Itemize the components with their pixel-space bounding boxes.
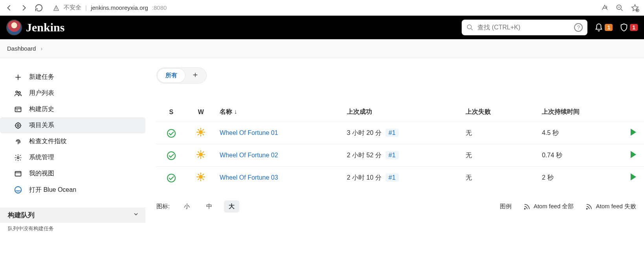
col-duration[interactable]: 上次持续时间: [538, 102, 623, 122]
col-weather[interactable]: W: [186, 102, 216, 122]
build-queue-header[interactable]: 构建队列: [0, 207, 145, 223]
back-button[interactable]: [5, 4, 13, 12]
build-link[interactable]: #1: [385, 173, 399, 182]
address-domain: jenkins.mooreyxia.org: [91, 4, 148, 11]
read-aloud-icon[interactable]: [601, 4, 609, 12]
security-alerts-button[interactable]: 1: [620, 23, 638, 32]
sidebar-item-label: 我的视图: [29, 169, 54, 178]
reload-button[interactable]: [35, 4, 43, 12]
job-link[interactable]: Wheel Of Fortune 01: [220, 129, 278, 136]
search-icon: [466, 24, 473, 31]
last-success-text: 3 小时 20 分: [347, 129, 382, 136]
jobs-table: S W 名称 ↓ 上次成功 上次失败 上次持续时间 Wheel Of Fortu…: [156, 102, 644, 189]
main-content: 所有 S W 名称 ↓ 上次成功 上次失败 上次持续时间 Wh: [145, 58, 644, 235]
jenkins-header: Jenkins ? 1 1: [0, 16, 644, 39]
chevron-right-icon: ›: [40, 45, 42, 52]
success-icon: [167, 174, 176, 182]
shield-icon: [620, 23, 628, 32]
run-button[interactable]: [631, 151, 636, 158]
svg-point-7: [17, 124, 19, 126]
insecure-label: 不安全: [64, 4, 81, 11]
duration-text: 2 秒: [538, 167, 623, 189]
sidebar-item-manage[interactable]: 系统管理: [0, 149, 145, 166]
notif-badge: 1: [605, 24, 613, 31]
duration-text: 4.5 秒: [538, 122, 623, 144]
sunny-icon: [197, 173, 205, 181]
sidebar-item-label: 打开 Blue Ocean: [29, 186, 76, 194]
view-tabs: 所有: [156, 67, 207, 84]
address-bar[interactable]: 不安全 | jenkins.mooreyxia.org:8080: [53, 4, 167, 11]
sidebar-item-myviews[interactable]: 我的视图: [0, 166, 145, 182]
plus-icon: [13, 73, 23, 81]
last-fail-text: 无: [462, 122, 538, 144]
run-button[interactable]: [631, 173, 636, 180]
sidebar-item-label: 用户列表: [29, 89, 54, 97]
atom-fail-link[interactable]: Atom feed 失败: [585, 203, 636, 210]
svg-rect-5: [15, 107, 21, 112]
svg-point-2: [468, 25, 472, 29]
svg-point-13: [587, 208, 587, 209]
atom-all-link[interactable]: Atom feed 全部: [523, 203, 574, 210]
gear-icon: [13, 154, 23, 162]
breadcrumb-dashboard[interactable]: Dashboard: [7, 45, 36, 52]
job-link[interactable]: Wheel Of Fortune 03: [220, 174, 278, 181]
col-name[interactable]: 名称 ↓: [216, 102, 343, 122]
sidebar-item-label: 构建历史: [29, 105, 54, 113]
run-button[interactable]: [631, 129, 636, 136]
sidebar-item-label: 系统管理: [29, 153, 54, 162]
table-row: Wheel Of Fortune 03 2 小时 10 分#1 无 2 秒: [156, 167, 644, 189]
sidebar-item-label: 检查文件指纹: [29, 137, 67, 146]
size-small[interactable]: 小: [179, 200, 194, 213]
jenkins-logo[interactable]: Jenkins: [6, 20, 64, 35]
sidebar-item-label: 新建任务: [29, 73, 54, 81]
favorite-icon[interactable]: [631, 4, 639, 12]
size-medium[interactable]: 中: [202, 200, 217, 213]
browser-toolbar: 不安全 | jenkins.mooreyxia.org:8080: [0, 0, 644, 16]
svg-point-8: [17, 156, 19, 158]
alert-badge: 1: [630, 24, 638, 31]
blueocean-icon: [13, 186, 23, 194]
col-last-fail[interactable]: 上次失败: [462, 102, 538, 122]
build-link[interactable]: #1: [385, 129, 399, 137]
rss-icon: [585, 203, 593, 210]
help-icon[interactable]: ?: [574, 23, 583, 32]
sidebar: 新建任务 用户列表 构建历史 项目关系 检查文件指纹 系统管理 我的视图 打开: [0, 58, 145, 235]
history-icon: [13, 106, 23, 113]
notifications-button[interactable]: 1: [594, 23, 613, 32]
svg-point-4: [18, 91, 20, 93]
job-link[interactable]: Wheel Of Fortune 02: [220, 152, 278, 158]
svg-point-12: [525, 208, 525, 209]
view-tab-all[interactable]: 所有: [158, 69, 185, 82]
sidebar-item-new[interactable]: 新建任务: [0, 69, 145, 85]
sidebar-item-history[interactable]: 构建历史: [0, 101, 145, 117]
bell-icon: [594, 23, 603, 32]
search-box[interactable]: ?: [462, 20, 587, 35]
size-large[interactable]: 大: [224, 200, 239, 213]
col-status[interactable]: S: [156, 102, 186, 122]
svg-point-6: [15, 123, 20, 128]
sunny-icon: [197, 128, 205, 136]
jenkins-wordmark: Jenkins: [26, 21, 64, 34]
success-icon: [167, 129, 176, 138]
sidebar-item-fingerprint[interactable]: 检查文件指纹: [0, 133, 145, 149]
build-link[interactable]: #1: [385, 151, 399, 159]
table-row: Wheel Of Fortune 02 2 小时 52 分#1 无 0.74 秒: [156, 144, 644, 167]
sidebar-item-label: 项目关系: [29, 121, 54, 129]
last-fail-text: 无: [462, 167, 538, 189]
legend-link[interactable]: 图例: [500, 203, 512, 210]
forward-button[interactable]: [20, 4, 28, 12]
sidebar-item-blueocean[interactable]: 打开 Blue Ocean: [0, 182, 145, 198]
target-icon: [13, 122, 23, 129]
view-add-button[interactable]: [185, 69, 205, 82]
table-row: Wheel Of Fortune 01 3 小时 20 分#1 无 4.5 秒: [156, 122, 644, 144]
col-last-success[interactable]: 上次成功: [343, 102, 462, 122]
success-icon: [167, 151, 176, 160]
jenkins-logo-icon: [6, 20, 22, 35]
zoom-out-icon[interactable]: [616, 4, 624, 12]
sidebar-item-people[interactable]: 用户列表: [0, 85, 145, 101]
sidebar-item-relations[interactable]: 项目关系: [0, 117, 145, 133]
search-input[interactable]: [477, 24, 570, 31]
chevron-down-icon: [133, 211, 139, 219]
duration-text: 0.74 秒: [538, 144, 623, 167]
fingerprint-icon: [13, 138, 23, 146]
